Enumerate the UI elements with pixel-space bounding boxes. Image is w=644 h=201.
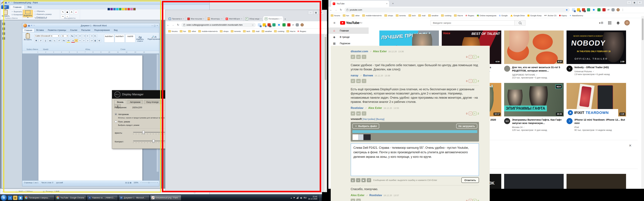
- bookmark-item[interactable]: Google Keep: [528, 14, 542, 16]
- taskbar-button-youtube[interactable]: YouTube - Google Chrome: [55, 195, 86, 201]
- post-author-link[interactable]: naray: [351, 74, 358, 77]
- insert-image-icon[interactable]: ◭: [351, 178, 355, 182]
- account-avatar[interactable]: [624, 20, 630, 25]
- upvote-button[interactable]: +: [473, 112, 476, 115]
- url-text[interactable]: youtube.com: [350, 8, 362, 11]
- taskbar-button-paint[interactable]: 🖌Безымянный.png - Paint: [150, 195, 181, 201]
- banner-close-icon[interactable]: ✕: [629, 144, 632, 148]
- bookmark-item[interactable]: mobile+internet+tv: [362, 14, 382, 16]
- video-thumbnail[interactable]: NEVER UNDERESTIMATE A NOBODY NOBODY IN T…: [566, 30, 626, 64]
- bookmark-item[interactable]: GGoogle: [499, 14, 508, 16]
- weather-extension-icon[interactable]: -8: [572, 8, 575, 11]
- bookmark-item[interactable]: fun: [343, 14, 349, 16]
- puzzle-extensions-icon[interactable]: [612, 8, 615, 11]
- logout-link[interactable]: [Выход]: [376, 118, 384, 120]
- taskbar-button-exler[interactable]: Поговорим о сверхш...: [24, 195, 54, 201]
- reply-icon[interactable]: ↩: [351, 111, 355, 116]
- explorer-quicklaunch-icon[interactable]: ▤: [13, 196, 18, 200]
- bookmark-item[interactable]: other: [352, 14, 360, 16]
- video-thumbnail[interactable]: ✕IFIXITTEARDOWN 3:20: [566, 83, 626, 116]
- video-card[interactable]: ✕IFIXITTEARDOWN 3:20 ✕ iPhone 12 mini Te…: [566, 83, 626, 131]
- scroll-up-arrow[interactable]: ▲: [325, 34, 326, 36]
- youtube-browser-tab[interactable]: YouTube ×: [331, 1, 389, 7]
- channel-name[interactable]: ЗДОРОВОЕ ПИТАНИЕ: [512, 73, 535, 76]
- address-bar[interactable]: youtube.com ★: [344, 7, 570, 12]
- reply-icon[interactable]: ↩: [351, 199, 355, 201]
- language-indicator[interactable]: RU: [304, 197, 306, 199]
- quote-icon[interactable]: «»: [356, 55, 361, 59]
- choose-file-button[interactable]: ＋Выбрать файл: [352, 123, 379, 129]
- taskbar-button-nnm[interactable]: NНавеяно ко... | NNM-Cl...: [87, 195, 118, 201]
- channel-avatar[interactable]: U: [566, 66, 572, 72]
- minimize-button[interactable]: –: [626, 1, 632, 4]
- bookmark-item[interactable]: forums: [331, 14, 340, 16]
- scrollbar-thumb[interactable]: [325, 36, 326, 80]
- post-replyto-link[interactable]: Rostislav: [369, 194, 382, 197]
- bookmark-star-icon[interactable]: ★: [566, 8, 568, 11]
- channel-name[interactable]: Москва 24: [512, 126, 522, 129]
- back-button[interactable]: ←: [328, 8, 334, 11]
- channel-name[interactable]: Universal Pictures: [574, 70, 592, 73]
- search-button[interactable]: [514, 20, 526, 26]
- bookmark-item[interactable]: ЯЯндекс: [466, 14, 474, 16]
- bookmark-item[interactable]: Карты: [559, 14, 567, 16]
- bookmark-item[interactable]: mail: [418, 14, 425, 16]
- post-author-link[interactable]: Rostislav: [351, 106, 364, 110]
- close-button[interactable]: ×: [637, 1, 642, 4]
- search-box[interactable]: [431, 20, 514, 25]
- at-extension-icon[interactable]: AT: [608, 9, 610, 11]
- media-player-quicklaunch-icon[interactable]: ◉: [18, 196, 23, 200]
- bookmark-item[interactable]: ✈Авиабилеты: [570, 14, 583, 17]
- upvote-button[interactable]: +: [473, 199, 476, 201]
- cloud-extension-icon[interactable]: [592, 8, 596, 11]
- sidebar-item-trending[interactable]: ◆В тренде: [328, 34, 368, 40]
- upvote-button[interactable]: +: [473, 55, 476, 59]
- post-replyto-link[interactable]: Alex Exler: [368, 106, 382, 110]
- action-center-icon[interactable]: ⚑: [293, 197, 295, 199]
- video-thumbnail[interactable]: [504, 174, 564, 189]
- forward-button[interactable]: →: [334, 8, 338, 11]
- tab-close-icon[interactable]: ×: [386, 2, 388, 5]
- reload-button[interactable]: ↻: [338, 8, 344, 11]
- bookmark-item[interactable]: Google Drive: [510, 14, 525, 16]
- scroll-down-arrow[interactable]: ▼: [325, 191, 326, 192]
- spoiler-icon[interactable]: ∅: [367, 178, 371, 182]
- bookmark-item[interactable]: Online-переводчик: [477, 14, 496, 16]
- settings-link[interactable]: [Настройки]: [362, 118, 375, 120]
- volume-icon[interactable]: ◀): [300, 197, 302, 199]
- bookmark-item[interactable]: shops: [384, 14, 393, 16]
- channel-avatar[interactable]: ✕: [566, 118, 572, 124]
- apps-grid-icon[interactable]: [608, 21, 612, 25]
- profile-avatar[interactable]: [616, 8, 620, 11]
- report-icon[interactable]: !: [362, 79, 366, 83]
- video-title[interactable]: Nobody - Official Trailer (HD): [574, 66, 610, 69]
- video-title[interactable]: Для тех, кто не хочет возиться 31-го! 5 …: [512, 66, 564, 72]
- quote-icon[interactable]: «»: [356, 79, 361, 83]
- sidebar-item-home[interactable]: ⌂Главная: [328, 27, 368, 34]
- bookmark-item[interactable]: weather: [428, 14, 438, 16]
- youtube-logo[interactable]: YouTubeRU: [340, 21, 362, 25]
- post-replyto-link[interactable]: Alex Exler: [373, 50, 387, 53]
- video-card[interactable]: 9:57 Для тех, кто не хочет возиться 31-г…: [504, 30, 564, 79]
- video-card[interactable]: M24 ЭПИГРАММЫ ГАФТА 26:03 M24 Эпиграммы …: [504, 83, 564, 131]
- hamburger-menu-icon[interactable]: ≡: [332, 21, 336, 25]
- channel-name[interactable]: iFixit: [574, 126, 579, 129]
- gift-extension-icon[interactable]: [602, 8, 606, 11]
- bookmark-item[interactable]: tech: [408, 14, 416, 16]
- reply-icon[interactable]: ↩: [351, 79, 355, 83]
- start-button[interactable]: ⊞: [1, 195, 7, 201]
- reply-icon[interactable]: ↩: [351, 55, 355, 59]
- downvote-button[interactable]: −: [469, 112, 472, 115]
- video-thumbnail[interactable]: 9:57: [504, 30, 564, 64]
- post-replyto-link[interactable]: Ватник: [363, 74, 373, 77]
- search-input[interactable]: [432, 21, 513, 24]
- page-scrollbar[interactable]: ▲ ▼: [324, 34, 327, 192]
- scrollbar-thumb[interactable]: [642, 18, 644, 40]
- create-video-icon[interactable]: ▸⊞: [599, 21, 603, 25]
- bookmark-item[interactable]: Настя: [454, 14, 463, 16]
- quote-icon[interactable]: «»: [356, 199, 361, 201]
- notifications-bell-icon[interactable]: [616, 21, 620, 25]
- tray-expand-icon[interactable]: ▴: [291, 197, 292, 199]
- ie-quicklaunch-icon[interactable]: e: [8, 196, 12, 200]
- video-title[interactable]: Эпиграммы Валентина Гафта. Как Гафт запу…: [512, 118, 564, 125]
